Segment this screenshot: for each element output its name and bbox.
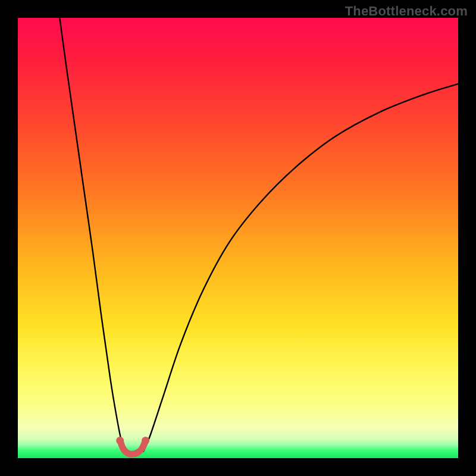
plot-area [18, 18, 458, 458]
curve-right-branch [143, 84, 458, 452]
chart-frame: TheBottleneck.com [0, 0, 476, 476]
chart-svg [18, 18, 458, 458]
svg-point-0 [116, 437, 124, 444]
watermark-text: TheBottleneck.com [345, 4, 468, 19]
trough-marker [116, 437, 149, 454]
curve-left-branch [60, 18, 125, 452]
svg-point-1 [142, 437, 149, 444]
